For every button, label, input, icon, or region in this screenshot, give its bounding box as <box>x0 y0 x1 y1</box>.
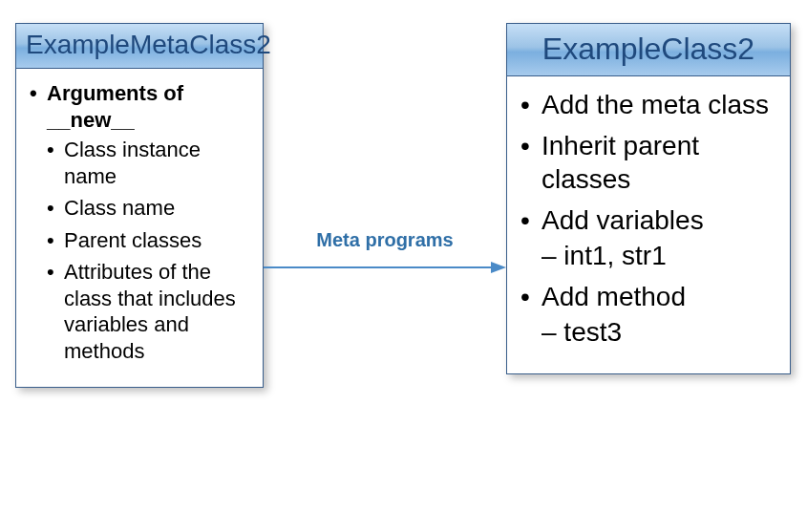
diagram-stage: ExampleMetaClass2 Arguments of __new__ C… <box>0 0 807 532</box>
class-card-body: Add the meta class Inherit parent classe… <box>507 76 790 373</box>
class-item-label: Add the meta class <box>542 90 769 119</box>
metaclass-arg-item: Attributes of the class that includes va… <box>47 259 249 364</box>
meta-programs-arrow <box>264 258 506 277</box>
class-item: Inherit parent classes <box>520 129 776 196</box>
class-item: Add method test3 <box>520 280 776 349</box>
metaclass-card-title: ExampleMetaClass2 <box>16 24 263 69</box>
class-item-sub: test3 <box>542 315 776 349</box>
metaclass-heading-item: Arguments of __new__ Class instance name… <box>30 80 249 364</box>
class-item-label: Add method <box>542 282 686 311</box>
arrow-label: Meta programs <box>264 229 506 251</box>
arrow-icon <box>264 258 506 277</box>
metaclass-arg-item: Class name <box>47 195 249 222</box>
class-item: Add variables int1, str1 <box>520 203 776 272</box>
svg-marker-1 <box>491 262 506 273</box>
metaclass-card-body: Arguments of __new__ Class instance name… <box>16 69 263 387</box>
metaclass-card: ExampleMetaClass2 Arguments of __new__ C… <box>15 23 264 388</box>
metaclass-arg-item: Class instance name <box>47 137 249 189</box>
class-item-sub: int1, str1 <box>542 239 776 272</box>
metaclass-heading-text: Arguments of __new__ <box>47 81 183 132</box>
class-card-title: ExampleClass2 <box>507 24 790 76</box>
class-item-label: Inherit parent classes <box>542 131 699 194</box>
metaclass-arg-item: Parent classes <box>47 227 249 254</box>
class-item: Add the meta class <box>520 88 776 121</box>
class-item-label: Add variables <box>542 205 704 235</box>
class-card: ExampleClass2 Add the meta class Inherit… <box>506 23 791 374</box>
